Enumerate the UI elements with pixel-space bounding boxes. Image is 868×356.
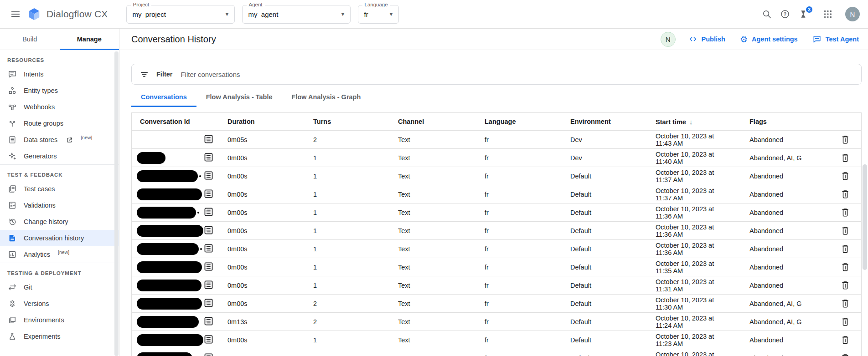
view-conversation-button[interactable]	[203, 207, 214, 219]
delete-conversation-button[interactable]	[840, 153, 850, 163]
delete-conversation-button[interactable]	[840, 335, 850, 345]
sidebar-item-git[interactable]: Git	[0, 279, 119, 295]
conversation-id-redaction-wrap	[137, 261, 203, 273]
sidebar-item-label: Route groups	[24, 120, 63, 127]
view-conversation-button[interactable]	[203, 243, 214, 255]
test-agent-button[interactable]: Test Agent	[812, 35, 859, 44]
cell-actions	[829, 189, 861, 199]
main-scrollbar-thumb[interactable]	[863, 164, 867, 270]
cell-start-time: October 10, 2023 at 11:23 AM	[647, 332, 741, 347]
delete-conversation-button[interactable]	[840, 226, 850, 236]
sidebar-item-analytics[interactable]: Analytics[new]	[0, 246, 119, 263]
table-row: 0m00s1TextfrDefaultOctober 10, 2023 at 1…	[132, 167, 861, 185]
view-conversation-button[interactable]	[203, 152, 214, 164]
delete-conversation-button[interactable]	[840, 189, 850, 199]
column-header-language[interactable]: Language	[476, 118, 562, 125]
cell-conversation-id	[132, 152, 219, 164]
cell-duration: 0m00s	[219, 154, 305, 162]
view-conversation-button[interactable]	[203, 316, 214, 328]
cell-actions	[829, 226, 861, 236]
delete-conversation-button[interactable]	[840, 299, 850, 309]
view-conversation-button[interactable]	[203, 280, 214, 291]
sidebar-item-label: Analytics	[24, 251, 50, 258]
sidebar-item-versions[interactable]: Versions	[0, 295, 119, 312]
sidebar-item-test-cases[interactable]: Test cases	[0, 181, 119, 197]
gear-icon: ⚙	[740, 35, 748, 44]
view-conversation-button[interactable]	[203, 225, 214, 237]
delete-conversation-button[interactable]	[840, 208, 850, 218]
tab-flow-analysis-graph[interactable]: Flow Analysis - Graph	[282, 88, 371, 107]
view-conversation-button[interactable]	[203, 298, 214, 310]
delete-conversation-button[interactable]	[840, 262, 850, 272]
webhook-icon	[8, 102, 17, 112]
sidebar-item-route-groups[interactable]: Route groups	[0, 115, 119, 132]
column-header-start-time[interactable]: Start time↓	[647, 118, 741, 126]
delete-conversation-button[interactable]	[840, 280, 850, 290]
help-icon: ?	[780, 9, 790, 19]
filter-conversations-input[interactable]	[180, 70, 853, 79]
sidebar-item-data-stores[interactable]: Data stores[new]	[0, 132, 119, 148]
column-header-flags[interactable]: Flags	[741, 118, 829, 125]
cell-conversation-id	[132, 334, 219, 346]
column-header-turns[interactable]: Turns	[305, 118, 390, 125]
sidebar-item-environments[interactable]: Environments	[0, 312, 119, 328]
publish-button[interactable]: Publish	[688, 35, 725, 44]
cell-actions	[829, 171, 861, 181]
tab-conversations[interactable]: Conversations	[131, 88, 196, 107]
delete-conversation-button[interactable]	[840, 317, 850, 327]
svg-text:?: ?	[784, 11, 786, 17]
cell-turns: 1	[305, 336, 390, 344]
sidebar-item-conversation-history[interactable]: Conversation history	[0, 230, 119, 246]
view-conversation-button[interactable]	[203, 334, 214, 346]
notifications-button[interactable]: 3	[794, 5, 812, 23]
language-select[interactable]: Language fr ▼	[358, 5, 399, 24]
sidebar-scrollbar[interactable]	[114, 51, 119, 356]
view-conversation-button[interactable]	[203, 170, 214, 182]
document-page-icon	[8, 234, 17, 243]
delete-conversation-button[interactable]	[840, 135, 850, 145]
sidebar-tab-build[interactable]: Build	[0, 29, 60, 50]
sidebar-item-validations[interactable]: Validations	[0, 197, 119, 214]
column-header-duration[interactable]: Duration	[219, 118, 305, 125]
tab-flow-analysis-table[interactable]: Flow Analysis - Table	[196, 88, 282, 107]
agent-settings-button[interactable]: ⚙ Agent settings	[740, 35, 798, 44]
sidebar-item-webhooks[interactable]: Webhooks	[0, 99, 119, 115]
view-conversation-button[interactable]	[203, 352, 214, 356]
help-button[interactable]: ?	[776, 5, 794, 23]
language-select-label: Language	[362, 2, 390, 7]
sidebar-item-entity-types[interactable]: Entity types	[0, 82, 119, 99]
delete-conversation-button[interactable]	[840, 244, 850, 254]
agent-select[interactable]: Agent my_agent ▼	[242, 5, 351, 24]
menu-button[interactable]	[6, 5, 25, 23]
dialogflow-logo[interactable]: Dialogflow CX	[27, 7, 108, 21]
column-header-environment[interactable]: Environment	[562, 118, 647, 125]
column-header-channel[interactable]: Channel	[390, 118, 476, 125]
table-row: 0m00s1TextfrDefaultOctober 10, 2023 at 1…	[132, 221, 861, 239]
account-avatar[interactable]: N	[845, 7, 860, 21]
cell-conversation-id	[132, 298, 219, 310]
column-header-conversation-id[interactable]: Conversation Id	[132, 118, 219, 125]
view-conversation-button[interactable]	[203, 134, 214, 146]
sidebar-item-intents[interactable]: Intents	[0, 66, 119, 82]
analytics-bars-icon	[8, 250, 17, 259]
search-button[interactable]	[758, 5, 776, 23]
project-select[interactable]: Project my_project ▼	[126, 5, 235, 24]
cell-channel: Text	[390, 282, 476, 289]
cell-actions	[829, 135, 861, 145]
delete-conversation-button[interactable]	[840, 353, 850, 356]
delete-conversation-button[interactable]	[840, 171, 850, 181]
cell-flags: Abandoned	[741, 227, 829, 234]
cell-start-time: October 10, 2023 at 11:37 AM	[647, 168, 741, 183]
cell-environment: Default	[562, 173, 647, 180]
filter-bar: Filter	[131, 64, 862, 85]
view-conversation-button[interactable]	[203, 188, 214, 200]
sidebar-item-experiments[interactable]: Experiments	[0, 328, 119, 345]
sidebar-item-generators[interactable]: Generators	[0, 148, 119, 164]
table-row: 0m00s1TextfrDefaultOctober 10, 2023 at 1…	[132, 276, 861, 294]
experiments-flask-icon	[8, 332, 17, 341]
sidebar-tab-manage[interactable]: Manage	[60, 29, 119, 50]
sidebar-item-change-history[interactable]: Change history	[0, 214, 119, 230]
project-select-label: Project	[131, 2, 152, 7]
apps-grid-button[interactable]	[819, 5, 837, 23]
view-conversation-button[interactable]	[203, 261, 214, 273]
